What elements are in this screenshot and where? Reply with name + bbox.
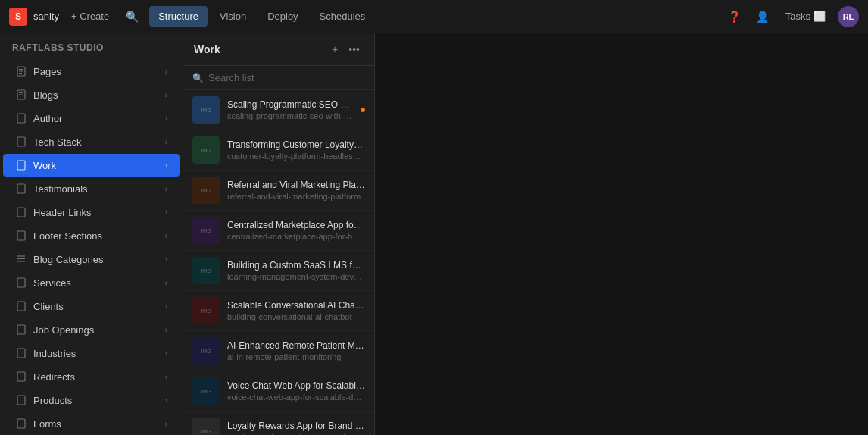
- author-icon: [15, 112, 27, 124]
- work-chevron: ›: [165, 161, 167, 170]
- blogs-label: Blogs: [33, 89, 58, 101]
- forms-label: Forms: [33, 418, 61, 430]
- author-label: Author: [33, 113, 62, 124]
- sidebar-item-services[interactable]: Services ›: [3, 271, 180, 294]
- job-openings-icon: [15, 324, 27, 336]
- industries-label: Industries: [33, 348, 76, 359]
- sidebar-item-redirects[interactable]: Redirects ›: [3, 365, 180, 388]
- work-title: Building a Custom SaaS LMS for K-12...: [227, 260, 365, 271]
- work-thumbnail: IMG: [192, 418, 220, 435]
- svg-rect-21: [17, 396, 25, 405]
- work-slug: building-conversational-ai-chatbot: [227, 312, 365, 321]
- work-text: Transforming Customer Loyalty Platf...cu…: [227, 139, 365, 161]
- sidebar-item-job-openings[interactable]: Job Openings ›: [3, 318, 180, 341]
- work-item[interactable]: IMGReferral and Viral Marketing Platform…: [183, 171, 374, 211]
- top-nav: Structure Vision Deploy Schedules: [149, 6, 374, 27]
- work-item[interactable]: IMGCentralized Marketplace App for Vehi.…: [183, 211, 374, 251]
- forms-chevron: ›: [165, 420, 167, 428]
- tech-stack-icon: [15, 136, 27, 148]
- sidebar-item-blogs[interactable]: Blogs ›: [3, 83, 180, 106]
- main-content: Raftlabs Studio Pages ›: [0, 33, 868, 435]
- svg-rect-17: [17, 302, 25, 311]
- clients-chevron: ›: [165, 302, 167, 311]
- tasks-button[interactable]: Tasks ⬜: [779, 8, 832, 25]
- sidebar-item-testimonials[interactable]: Testimonials ›: [3, 177, 180, 200]
- pages-chevron: ›: [165, 67, 167, 76]
- svg-rect-10: [17, 184, 25, 193]
- work-title: Scaling Programmatic SEO with a Fi...: [227, 99, 353, 110]
- top-bar: S sanity + Create 🔍 Structure Vision Dep…: [0, 0, 868, 33]
- work-list: IMGScaling Programmatic SEO with a Fi...…: [183, 90, 374, 435]
- work-item[interactable]: IMGBuilding a Custom SaaS LMS for K-12..…: [183, 251, 374, 291]
- services-chevron: ›: [165, 279, 167, 287]
- tech-stack-chevron: ›: [165, 138, 167, 146]
- work-slug: learning-management-system-develo...: [227, 272, 365, 281]
- services-label: Services: [33, 277, 71, 289]
- sidebar-header: Raftlabs Studio: [0, 33, 183, 59]
- add-item-button[interactable]: +: [328, 41, 342, 58]
- top-bar-left: S sanity + Create 🔍 Structure Vision Dep…: [9, 6, 723, 27]
- sidebar-item-forms[interactable]: Forms ›: [3, 412, 180, 435]
- nav-vision[interactable]: Vision: [211, 6, 255, 27]
- clients-icon: [15, 300, 27, 312]
- tasks-label: Tasks: [785, 11, 810, 22]
- work-item[interactable]: IMGTransforming Customer Loyalty Platf..…: [183, 130, 374, 171]
- svg-rect-19: [17, 349, 25, 358]
- work-item[interactable]: IMGVoice Chat Web App for Scalable Dec..…: [183, 371, 374, 412]
- help-button[interactable]: ❓: [723, 8, 745, 26]
- more-options-button[interactable]: •••: [345, 41, 364, 58]
- work-slug: centralized-marketplace-app-for-buyi...: [227, 232, 365, 241]
- pages-label: Pages: [33, 66, 61, 77]
- panel-title: Work: [194, 43, 220, 55]
- sidebar-item-industries[interactable]: Industries ›: [3, 342, 180, 365]
- work-title: Transforming Customer Loyalty Platf...: [227, 139, 365, 150]
- tasks-icon: ⬜: [813, 11, 826, 22]
- services-icon: [15, 277, 27, 289]
- global-search-button[interactable]: 🔍: [121, 8, 143, 26]
- work-item[interactable]: IMGScalable Conversational AI Chatbot f.…: [183, 291, 374, 331]
- work-item[interactable]: IMGLoyalty Rewards App for Brand Loyalt.…: [183, 412, 374, 435]
- work-slug: referral-and-viral-marketing-platform: [227, 192, 365, 201]
- panel-header: Work + •••: [183, 33, 374, 66]
- work-item[interactable]: IMGAI-Enhanced Remote Patient Monitori..…: [183, 331, 374, 371]
- nav-deploy[interactable]: Deploy: [258, 6, 307, 27]
- work-thumbnail: IMG: [192, 297, 220, 324]
- products-chevron: ›: [165, 396, 167, 405]
- work-thumbnail: IMG: [192, 377, 220, 405]
- nav-schedules[interactable]: Schedules: [311, 6, 375, 27]
- sidebar-item-tech-stack[interactable]: Tech Stack ›: [3, 130, 180, 153]
- header-links-icon: [15, 206, 27, 218]
- redirects-icon: [15, 371, 27, 383]
- create-button[interactable]: + Create: [65, 8, 115, 25]
- header-links-chevron: ›: [165, 208, 167, 217]
- sidebar-item-work[interactable]: Work ›: [3, 154, 180, 177]
- work-icon: [15, 159, 27, 171]
- work-item[interactable]: IMGScaling Programmatic SEO with a Fi...…: [183, 90, 374, 130]
- work-text: Loyalty Rewards App for Brand Loyalt...r…: [227, 421, 365, 435]
- work-title: Scalable Conversational AI Chatbot f...: [227, 300, 365, 311]
- tech-stack-label: Tech Stack: [33, 136, 82, 148]
- products-icon: [15, 394, 27, 406]
- sidebar-item-footer-sections[interactable]: Footer Sections ›: [3, 224, 180, 247]
- industries-chevron: ›: [165, 349, 167, 358]
- notifications-button[interactable]: 👤: [751, 8, 773, 26]
- work-text: Voice Chat Web App for Scalable Dec...vo…: [227, 380, 365, 402]
- footer-sections-chevron: ›: [165, 232, 167, 240]
- work-text: Scaling Programmatic SEO with a Fi...sca…: [227, 99, 353, 120]
- sidebar-item-blog-categories[interactable]: Blog Categories ›: [3, 248, 180, 271]
- svg-rect-22: [17, 419, 25, 428]
- nav-structure[interactable]: Structure: [149, 6, 208, 27]
- sidebar-item-header-links[interactable]: Header Links ›: [3, 201, 180, 224]
- avatar[interactable]: RL: [838, 6, 859, 27]
- sidebar-item-clients[interactable]: Clients ›: [3, 295, 180, 318]
- sidebar-item-products[interactable]: Products ›: [3, 389, 180, 412]
- svg-rect-8: [17, 137, 25, 146]
- top-bar-right: ❓ 👤 Tasks ⬜ RL: [723, 6, 859, 27]
- sidebar-item-author[interactable]: Author ›: [3, 107, 180, 130]
- svg-rect-9: [17, 161, 25, 170]
- redirects-chevron: ›: [165, 373, 167, 381]
- work-title: Voice Chat Web App for Scalable Dec...: [227, 380, 365, 391]
- clients-label: Clients: [33, 301, 64, 312]
- search-input[interactable]: [208, 72, 365, 83]
- sidebar-item-pages[interactable]: Pages ›: [3, 60, 180, 83]
